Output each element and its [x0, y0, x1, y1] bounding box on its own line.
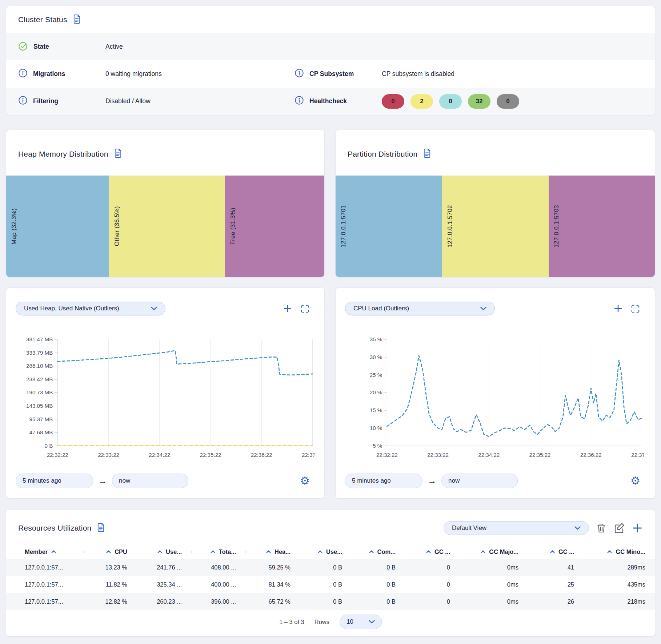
partition-distribution-title: Partition Distribution [348, 150, 417, 158]
heap-memory-distribution-card: Heap Memory Distribution Map (32.3%)Othe… [6, 130, 325, 277]
table-row[interactable]: 127.0.0.1:57...12.82 %260.23 ...396.00 .… [6, 593, 655, 610]
time-from-input[interactable] [16, 474, 93, 488]
chart-metric-select-value: Used Heap, Used Native (Outliers) [24, 305, 119, 312]
column-header[interactable]: CPU [83, 548, 137, 555]
info-circle-icon[interactable] [295, 68, 304, 80]
chart-metric-select[interactable]: CPU Load (Outliers) [345, 302, 495, 315]
metric-cell: 0 B [352, 564, 405, 571]
expand-chart-button[interactable] [300, 304, 310, 314]
metric-cell: 0ms [460, 598, 528, 605]
column-header[interactable]: GC Mino... [584, 548, 655, 555]
metric-cell: 0ms [460, 564, 528, 571]
metric-cell: 0 B [352, 581, 405, 588]
column-header[interactable]: GC ... [528, 548, 584, 555]
add-chart-button[interactable] [613, 303, 623, 314]
chart-settings-button[interactable]: ⚙ [300, 475, 310, 486]
svg-text:15 %: 15 % [370, 407, 382, 413]
svg-text:22:35:22: 22:35:22 [200, 452, 221, 458]
svg-text:381.47 MB: 381.47 MB [26, 336, 53, 342]
arrow-right-icon: → [428, 476, 436, 486]
column-header[interactable]: GC ... [405, 548, 460, 555]
view-select-value: Default View [452, 524, 486, 532]
info-circle-icon[interactable] [18, 68, 28, 80]
segment-label: 127.0.0.1:5702 [446, 205, 453, 247]
time-to-input[interactable] [441, 474, 518, 488]
column-header[interactable]: Com... [352, 548, 405, 555]
metric-cell: 11.82 % [83, 581, 137, 588]
column-header[interactable]: Hea... [245, 548, 300, 555]
time-from-input[interactable] [345, 474, 422, 488]
svg-text:286.10 MB: 286.10 MB [26, 363, 53, 369]
column-header-label: Com... [377, 548, 396, 555]
metric-cell: 81.34 % [245, 581, 300, 588]
metric-cell: 41 [528, 564, 584, 571]
column-header[interactable]: Member [6, 548, 83, 555]
svg-text:35 %: 35 % [370, 336, 382, 342]
svg-text:25 %: 25 % [370, 372, 382, 378]
document-icon[interactable] [97, 523, 105, 534]
table-row[interactable]: 127.0.0.1:57...11.82 %325.34 ...400.00 .… [6, 576, 655, 593]
delete-view-button[interactable] [596, 523, 606, 534]
column-header[interactable]: Use... [300, 548, 352, 555]
metric-cell: 400.00 ... [191, 581, 245, 588]
document-icon[interactable] [423, 148, 431, 160]
chevron-down-icon [574, 524, 581, 532]
cp-subsystem-value: CP subsystem is disabled [382, 70, 643, 78]
column-header-label: GC ... [434, 548, 450, 555]
check-circle-icon [18, 41, 28, 53]
document-icon[interactable] [114, 148, 122, 160]
svg-text:10 %: 10 % [370, 425, 382, 431]
chart-metric-select-value: CPU Load (Outliers) [353, 305, 409, 312]
segment-label: Map (32.3%) [11, 208, 17, 245]
used-heap-chart-card: Used Heap, Used Native (Outliers) 22:32:… [6, 287, 325, 499]
cluster-row-migrations: Migrations 0 waiting migrations CP Subsy… [6, 60, 655, 88]
column-header[interactable]: GC Majo... [460, 548, 528, 555]
pagination-range: 1 – 3 of 3 [279, 619, 304, 625]
chart-settings-button[interactable]: ⚙ [630, 475, 640, 486]
segment-label: Free (31.3%) [229, 208, 236, 245]
svg-text:22:35:22: 22:35:22 [529, 452, 551, 458]
svg-text:333.79 MB: 333.79 MB [26, 350, 53, 356]
sort-caret-icon [607, 550, 612, 554]
cp-subsystem-label-group: CP Subsystem [295, 68, 382, 80]
partition-distribution-card: Partition Distribution 127.0.0.1:5701127… [335, 130, 655, 277]
metric-cell: 0 B [352, 598, 405, 605]
table-row[interactable]: 127.0.0.1:57...13.23 %241.76 ...408.00 .… [6, 559, 655, 576]
info-circle-icon[interactable] [18, 96, 28, 107]
svg-text:22:34:22: 22:34:22 [478, 452, 500, 458]
state-label: State [33, 43, 49, 51]
expand-chart-button[interactable] [630, 304, 640, 314]
column-header-label: GC Majo... [489, 548, 518, 555]
column-header-label: Member [25, 548, 48, 555]
column-header-label: Tota... [219, 548, 236, 555]
sort-caret-icon [266, 550, 271, 554]
distribution-segment: 127.0.0.1:5703 [549, 176, 655, 277]
metric-cell: 241.76 ... [137, 564, 191, 571]
distribution-segment: 127.0.0.1:5702 [442, 176, 548, 277]
metric-cell: 435ms [584, 581, 655, 588]
healthcheck-badge: 0 [382, 94, 404, 109]
healthcheck-badge: 2 [410, 94, 433, 109]
sort-caret-icon [550, 550, 555, 554]
column-header-label: GC Mino... [616, 548, 645, 555]
chart-metric-select[interactable]: Used Heap, Used Native (Outliers) [16, 302, 165, 315]
add-view-button[interactable] [632, 523, 643, 534]
chevron-down-icon [480, 305, 486, 312]
state-label-group: State [18, 41, 105, 53]
member-cell: 127.0.0.1:57... [6, 564, 83, 571]
time-to-input[interactable] [112, 474, 188, 488]
column-header[interactable]: Use... [137, 548, 191, 555]
used-heap-chart: 22:32:2222:33:2222:34:2222:35:2222:36:22… [21, 334, 315, 459]
resources-table-header: MemberCPUUse...Tota...Hea...Use...Com...… [6, 544, 655, 559]
info-circle-icon[interactable] [295, 96, 304, 107]
sort-caret-icon [157, 550, 162, 554]
rows-per-page-select[interactable]: 10 [340, 615, 382, 629]
metric-cell: 26 [528, 598, 584, 605]
resources-utilization-card: Resources Utilization Default View [6, 509, 655, 637]
document-icon[interactable] [73, 14, 81, 25]
migrations-value: 0 waiting migrations [105, 70, 295, 78]
column-header[interactable]: Tota... [191, 548, 245, 555]
add-chart-button[interactable] [283, 303, 293, 314]
view-select[interactable]: Default View [444, 521, 589, 535]
edit-view-button[interactable] [614, 523, 625, 534]
